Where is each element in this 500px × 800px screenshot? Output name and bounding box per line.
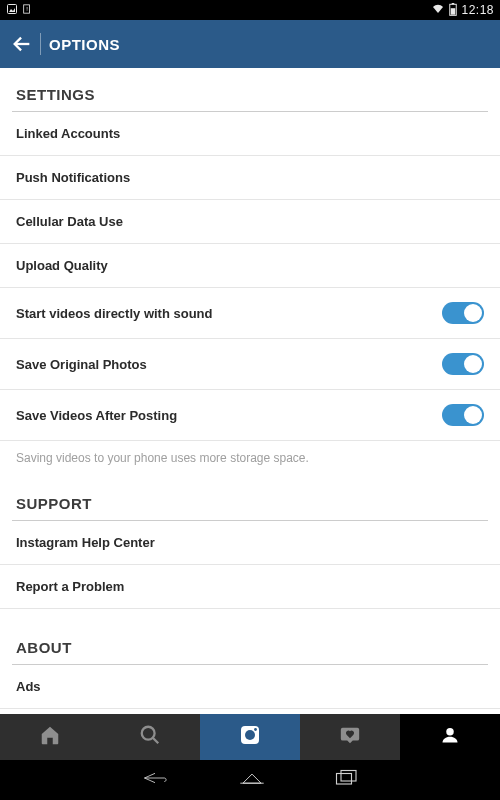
svg-rect-0 [8, 5, 17, 14]
home-icon [39, 724, 61, 750]
row-label: Save Videos After Posting [16, 408, 177, 423]
toggle-save-photos[interactable] [442, 353, 484, 375]
sim-icon: ! [22, 3, 32, 17]
wifi-icon [431, 3, 445, 17]
row-label: Save Original Photos [16, 357, 147, 372]
nav-recents[interactable] [335, 769, 359, 791]
svg-point-12 [446, 728, 454, 736]
section-header-about: ABOUT [0, 631, 500, 664]
section-header-support: SUPPORT [0, 487, 500, 520]
svg-rect-5 [452, 3, 455, 4]
row-label: Cellular Data Use [16, 214, 123, 229]
profile-icon [440, 725, 460, 749]
svg-point-11 [254, 728, 257, 731]
row-save-videos[interactable]: Save Videos After Posting [0, 390, 500, 441]
image-icon [6, 3, 18, 17]
app-header: OPTIONS [0, 20, 500, 68]
row-linked-accounts[interactable]: Linked Accounts [0, 112, 500, 156]
statusbar-time: 12:18 [461, 3, 494, 17]
row-label: Ads [16, 679, 41, 694]
row-label: Linked Accounts [16, 126, 120, 141]
settings-scroll[interactable]: SETTINGS Linked Accounts Push Notificati… [0, 68, 500, 714]
section-header-settings: SETTINGS [0, 68, 500, 111]
android-statusbar: ! 12:18 [0, 0, 500, 20]
tab-home[interactable] [0, 714, 100, 760]
row-report-problem[interactable]: Report a Problem [0, 565, 500, 609]
bottom-tabbar [0, 714, 500, 760]
svg-rect-13 [337, 774, 352, 785]
page-title: OPTIONS [49, 36, 120, 53]
row-label: Upload Quality [16, 258, 108, 273]
row-label: Push Notifications [16, 170, 130, 185]
row-label: Start videos directly with sound [16, 306, 212, 321]
row-upload-quality[interactable]: Upload Quality [0, 244, 500, 288]
nav-back[interactable] [141, 769, 169, 791]
svg-point-7 [142, 727, 155, 740]
tab-profile[interactable] [400, 714, 500, 760]
svg-line-8 [153, 738, 159, 744]
row-ads[interactable]: Ads [0, 665, 500, 709]
activity-icon [339, 724, 361, 750]
settings-hint: Saving videos to your phone uses more st… [0, 441, 500, 487]
battery-icon [449, 3, 457, 18]
svg-rect-6 [451, 8, 456, 15]
row-save-photos[interactable]: Save Original Photos [0, 339, 500, 390]
nav-home[interactable] [239, 769, 265, 791]
tab-camera[interactable] [200, 714, 300, 760]
android-navbar [0, 760, 500, 800]
row-cellular-data[interactable]: Cellular Data Use [0, 200, 500, 244]
svg-text:!: ! [26, 6, 28, 12]
toggle-videos-sound[interactable] [442, 302, 484, 324]
svg-rect-14 [341, 771, 356, 782]
toggle-save-videos[interactable] [442, 404, 484, 426]
row-label: Report a Problem [16, 579, 124, 594]
row-label: Instagram Help Center [16, 535, 155, 550]
back-button[interactable] [8, 30, 36, 58]
svg-point-10 [245, 730, 255, 740]
tab-search[interactable] [100, 714, 200, 760]
search-icon [139, 724, 161, 750]
row-help-center[interactable]: Instagram Help Center [0, 521, 500, 565]
header-divider [40, 33, 41, 55]
row-videos-sound[interactable]: Start videos directly with sound [0, 288, 500, 339]
tab-activity[interactable] [300, 714, 400, 760]
camera-icon [238, 723, 262, 751]
svg-marker-1 [9, 8, 15, 12]
row-push-notifications[interactable]: Push Notifications [0, 156, 500, 200]
